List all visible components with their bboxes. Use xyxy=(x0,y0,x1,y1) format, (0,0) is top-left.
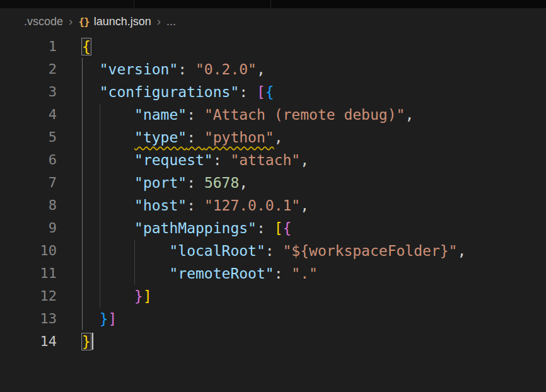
code-token: "name" xyxy=(134,107,187,123)
code-token: "localRoot" xyxy=(169,243,265,259)
code-token: : xyxy=(187,175,204,191)
line-number[interactable]: 14 xyxy=(0,330,57,353)
code-line[interactable]: 10"localRoot": "${workspaceFolder}", xyxy=(0,239,546,262)
code-content[interactable]: }] xyxy=(57,285,152,308)
code-token: "version" xyxy=(100,61,178,78)
code-token: "configurations" xyxy=(100,84,240,100)
line-number[interactable]: 13 xyxy=(0,308,57,330)
code-token: "127.0.0.1" xyxy=(204,197,300,214)
code-content[interactable]: "version": "0.2.0", xyxy=(57,58,265,81)
chevron-right-icon: › xyxy=(69,14,73,28)
breadcrumb-folder[interactable]: .vscode xyxy=(24,15,63,28)
code-token: : xyxy=(265,243,283,259)
code-content[interactable]: "remoteRoot": "." xyxy=(57,262,318,285)
code-content[interactable]: }] xyxy=(57,308,117,330)
code-line[interactable]: 11"remoteRoot": "." xyxy=(0,262,546,285)
line-number[interactable]: 1 xyxy=(0,35,57,58)
code-content[interactable]: "request": "attach", xyxy=(57,149,309,171)
vscode-editor-window: .vscode › {} launch.json › ... 1{2"versi… xyxy=(0,0,546,392)
code-token: "type" xyxy=(134,129,187,146)
code-content[interactable]: "type": "python", xyxy=(57,126,283,149)
breadcrumb: .vscode › {} launch.json › ... xyxy=(0,8,546,35)
code-token: , xyxy=(239,175,248,191)
code-token: : xyxy=(187,107,204,123)
code-token: } xyxy=(134,288,143,304)
code-line[interactable]: 6"request": "attach", xyxy=(0,149,546,171)
tab-top-segment[interactable] xyxy=(0,0,134,8)
line-number[interactable]: 8 xyxy=(0,194,57,217)
chevron-right-icon: › xyxy=(157,14,161,28)
code-line[interactable]: 8"host": "127.0.0.1", xyxy=(0,194,546,217)
code-token: : xyxy=(274,265,292,282)
line-number[interactable]: 5 xyxy=(0,126,57,149)
code-content[interactable]: "host": "127.0.0.1", xyxy=(57,194,309,217)
code-token: { xyxy=(265,84,274,100)
code-content[interactable]: "name": "Attach (remote debug)", xyxy=(57,103,414,126)
code-token: : xyxy=(239,84,257,100)
line-number[interactable]: 10 xyxy=(0,239,57,262)
tab-top-segment[interactable] xyxy=(271,0,546,8)
code-token: : xyxy=(178,61,195,78)
code-content[interactable]: "configurations": [{ xyxy=(57,81,274,103)
code-content[interactable]: "port": 5678, xyxy=(57,171,248,194)
code-token: [ xyxy=(257,84,265,100)
code-token: : xyxy=(187,197,204,214)
code-line[interactable]: 5"type": "python", xyxy=(0,126,546,149)
line-number[interactable]: 11 xyxy=(0,262,57,285)
code-content[interactable]: { xyxy=(57,35,91,58)
code-token: : xyxy=(257,220,274,236)
code-line[interactable]: 14} xyxy=(0,330,546,353)
code-line[interactable]: 9"pathMappings": [{ xyxy=(0,217,546,239)
code-token: "Attach (remote debug)" xyxy=(204,107,405,123)
code-token: } xyxy=(100,311,108,327)
code-line[interactable]: 7"port": 5678, xyxy=(0,171,546,194)
code-content[interactable]: } xyxy=(57,330,93,353)
code-token: } xyxy=(82,333,91,350)
code-token: ] xyxy=(143,288,152,304)
code-content[interactable]: "pathMappings": [{ xyxy=(57,217,291,239)
code-token: "remoteRoot" xyxy=(169,265,274,282)
tab-top-segment[interactable] xyxy=(134,0,271,8)
code-token: { xyxy=(82,38,91,55)
code-line[interactable]: 3"configurations": [{ xyxy=(0,81,546,103)
line-number[interactable]: 12 xyxy=(0,285,57,308)
code-content[interactable]: "localRoot": "${workspaceFolder}", xyxy=(57,239,466,262)
code-token: "port" xyxy=(134,175,187,191)
code-token: "pathMappings" xyxy=(134,220,257,236)
code-token: "attach" xyxy=(230,152,300,168)
code-token: , xyxy=(300,152,309,168)
code-token: "0.2.0" xyxy=(195,61,257,78)
code-token: "request" xyxy=(134,152,213,168)
code-token: "." xyxy=(291,265,318,282)
breadcrumb-file[interactable]: launch.json xyxy=(94,15,151,28)
text-cursor xyxy=(92,333,94,350)
code-token: ] xyxy=(108,311,117,327)
code-token: , xyxy=(300,197,309,214)
line-number[interactable]: 4 xyxy=(0,103,57,126)
line-number[interactable]: 2 xyxy=(0,58,57,81)
code-token: , xyxy=(274,129,283,146)
line-number[interactable]: 9 xyxy=(0,217,57,239)
breadcrumb-more[interactable]: ... xyxy=(166,15,176,28)
code-token: , xyxy=(405,107,414,123)
editor-lines: 1{2"version": "0.2.0",3"configurations":… xyxy=(0,35,546,353)
code-token: [ xyxy=(274,220,283,236)
editor[interactable]: 1{2"version": "0.2.0",3"configurations":… xyxy=(0,35,546,353)
code-line[interactable]: 12}] xyxy=(0,285,546,308)
code-line[interactable]: 2"version": "0.2.0", xyxy=(0,58,546,81)
tab-bar[interactable] xyxy=(0,0,546,8)
code-line[interactable]: 13}] xyxy=(0,308,546,330)
line-number[interactable]: 6 xyxy=(0,149,57,171)
line-number[interactable]: 3 xyxy=(0,81,57,103)
code-token: "${workspaceFolder}" xyxy=(283,243,458,259)
code-token: 5678 xyxy=(204,175,239,191)
line-number[interactable]: 7 xyxy=(0,171,57,194)
code-token: "host" xyxy=(134,197,187,214)
code-token: : xyxy=(213,152,231,168)
code-token: : xyxy=(187,129,204,146)
json-file-icon: {} xyxy=(78,16,89,28)
code-line[interactable]: 4"name": "Attach (remote debug)", xyxy=(0,103,546,126)
code-token: , xyxy=(457,243,466,259)
code-line[interactable]: 1{ xyxy=(0,35,546,58)
code-token: , xyxy=(257,61,265,78)
